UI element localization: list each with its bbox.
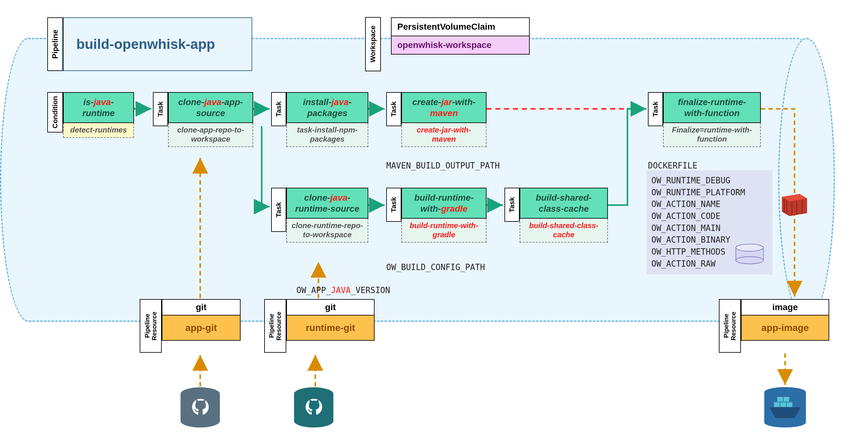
label-app-java-version: OW_APP_JAVA_VERSION [297, 286, 390, 295]
svg-rect-22 [787, 402, 792, 407]
pipeline-side-label: Pipeline [47, 17, 63, 71]
env-row: OW_ACTION_CODE [651, 210, 768, 223]
task-label-finalize: Task [648, 92, 663, 126]
task-label-gradle: Task [386, 188, 401, 222]
task-finalize-sub: Finalize=runtime-with-function [663, 123, 761, 147]
task-label-install: Task [271, 92, 286, 126]
svg-rect-24 [783, 397, 789, 402]
condition-side-label: Condition [47, 92, 63, 132]
task-create-jar: create-jar-with-maven create-jar-with-ma… [401, 92, 487, 147]
env-row: OW_RUNTIME_PLATFORM [651, 187, 768, 199]
condition-head: is-java-runtime [63, 92, 134, 123]
label-maven-path: MAVEN_BUILD_OUTPUT_PATH [386, 161, 500, 170]
task-clone-app: clone-java-app-source clone-app-repo-to-… [168, 92, 253, 147]
task-clone-runtime-head: clone-java-runtime-source [286, 188, 368, 218]
svg-point-16 [736, 244, 763, 252]
workspace-side-label: Workspace [365, 17, 381, 71]
resource-label-app-image: Pipeline Resource [719, 299, 741, 353]
pipeline-title: build-openwhisk-app [76, 36, 215, 52]
pipeline-cylinder-cap [778, 38, 835, 322]
task-clone-app-head: clone-java-app-source [168, 92, 253, 123]
condition-sub: detect-runtimes [63, 123, 134, 138]
task-shared-cache: build-shared-class-cache build-shared-cl… [520, 188, 608, 243]
resource-label-app-git: Pipeline Resource [140, 299, 162, 353]
pipeline-title-box: build-openwhisk-app [63, 17, 252, 71]
workspace-pvc: PersistentVolumeClaim [391, 17, 530, 36]
workspace-box: PersistentVolumeClaim openwhisk-workspac… [391, 17, 530, 55]
github-icon-app [180, 386, 221, 428]
svg-point-19 [764, 417, 806, 428]
task-gradle-sub: build-runtime-with-gradle [401, 218, 487, 243]
env-row: OW_ACTION_MAIN [651, 223, 768, 234]
task-jar-sub: create-jar-with-maven [401, 123, 487, 147]
registry-icon [763, 386, 807, 431]
task-cache-head: build-shared-class-cache [520, 188, 608, 218]
resource-app-git: git app-git [162, 299, 241, 341]
svg-point-5 [294, 414, 334, 428]
task-install-head: install-java-packages [286, 92, 368, 123]
task-gradle-head: build-runtime-with-gradle [401, 188, 487, 218]
resource-app-git-name: app-git [162, 316, 241, 341]
task-label-jar: Task [386, 92, 401, 126]
task-jar-head: create-jar-with-maven [401, 92, 487, 123]
resource-runtime-git-name: runtime-git [286, 316, 375, 341]
volume-icon [735, 243, 765, 265]
workspace-name: openwhisk-workspace [391, 36, 530, 55]
task-clone-runtime-sub: clone-runtime-repo-to-workspace [286, 218, 368, 243]
resource-runtime-git-type: git [286, 299, 375, 316]
task-finalize: finalize-runtime-with-function Finalize=… [663, 92, 761, 147]
task-clone-runtime: clone-java-runtime-source clone-runtime-… [286, 188, 368, 243]
container-icon [779, 193, 809, 216]
task-build-gradle: build-runtime-with-gradle build-runtime-… [401, 188, 487, 243]
task-finalize-head: finalize-runtime-with-function [663, 92, 761, 123]
svg-rect-23 [777, 397, 783, 402]
task-install-packages: install-java-packages task-install-npm-p… [286, 92, 368, 147]
resource-runtime-git: git runtime-git [286, 299, 375, 341]
resource-app-image-type: image [741, 299, 829, 316]
resource-app-image: image app-image [741, 299, 829, 341]
task-label-cache: Task [504, 188, 520, 222]
resource-label-runtime-git: Pipeline Resource [264, 299, 286, 353]
resource-app-image-name: app-image [741, 316, 829, 341]
task-label-clone-runtime: Task [271, 188, 286, 232]
github-icon-runtime [293, 386, 334, 428]
resource-app-git-type: git [162, 299, 241, 316]
label-build-config: OW_BUILD_CONFIG_PATH [386, 263, 485, 272]
svg-rect-20 [774, 402, 780, 407]
task-install-sub: task-install-npm-packages [286, 123, 368, 147]
env-row: OW_ACTION_NAME [651, 199, 768, 210]
task-cache-sub: build-shared-class-cache [520, 218, 608, 243]
task-label-clone-app: Task [153, 92, 168, 126]
svg-point-15 [736, 257, 763, 264]
task-clone-app-sub: clone-app-repo-to-workspace [168, 123, 253, 147]
env-row: OW_RUNTIME_DEBUG [651, 175, 768, 187]
svg-point-2 [181, 414, 220, 428]
svg-rect-21 [780, 402, 786, 407]
condition-box: is-java-runtime detect-runtimes [63, 92, 134, 138]
label-dockerfile: DOCKERFILE [648, 161, 698, 170]
